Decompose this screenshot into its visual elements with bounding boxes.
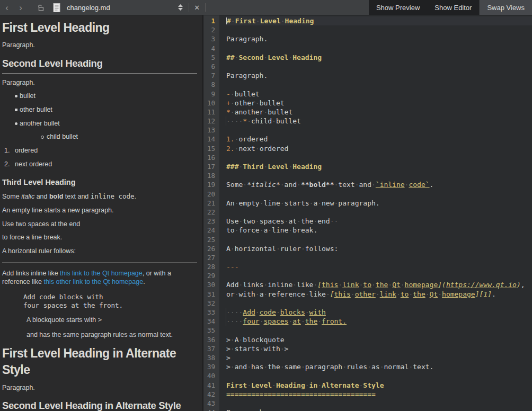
editor-line[interactable]	[226, 399, 532, 408]
editor-line[interactable]: Use·two·spaces·at·the·end··	[226, 217, 532, 226]
editor-line[interactable]: Add·links·inline·like·[this·link·to·the·…	[226, 280, 532, 289]
whitespace-dot: ·	[238, 217, 243, 226]
editor-line[interactable]: ····four·spaces·at·the·front.	[226, 317, 532, 326]
whitespace-dot: ·	[280, 344, 285, 353]
whitespace-dot: ·	[260, 199, 264, 208]
whitespace-dot: ·	[247, 381, 251, 390]
preview-text: text and	[63, 193, 90, 200]
editor-line[interactable]: 1.·ordered	[226, 135, 532, 144]
whitespace-dot: ·	[243, 180, 247, 189]
editor-line[interactable]: ---	[226, 262, 532, 271]
code-token: ·next·ordered	[235, 145, 289, 153]
whitespace-dot: ·	[255, 217, 260, 226]
preview-text: Use two spaces at the end	[2, 220, 80, 228]
editor-line[interactable]: or·with·a·reference·like·[this·other·lin…	[226, 290, 532, 299]
code-token: Some·	[226, 181, 247, 189]
whitespace-dot: ·	[438, 290, 442, 299]
editor-line[interactable]: ##·Second·Level·Heading	[226, 53, 532, 62]
editor-line[interactable]: 2.·next·ordered	[226, 144, 532, 153]
editor-line[interactable]: >·and·has·the·same·paragraph·rules·as·no…	[226, 362, 532, 371]
editor-line[interactable]	[226, 80, 532, 89]
whitespace-dot: ·	[230, 317, 235, 326]
editor-line[interactable]: Paragraph.	[226, 71, 532, 80]
preview-paragraph: Paragraph.	[2, 384, 197, 392]
bullet-disc-icon	[15, 122, 17, 125]
editor-line[interactable]: >	[226, 353, 532, 362]
editor-line[interactable]	[226, 235, 532, 244]
editor-toolbar: ‹ › changelog.md	[0, 0, 532, 15]
editor-line[interactable]	[226, 271, 532, 280]
list-item: child bullet	[2, 133, 197, 141]
editor-line[interactable]	[226, 208, 532, 217]
whitespace-dot: ·	[235, 226, 239, 235]
editor-line[interactable]: Paragraph.	[226, 34, 532, 43]
whitespace-dot: ·	[231, 16, 235, 25]
editor-line[interactable]: +·other·bullet	[226, 99, 532, 108]
editor-line[interactable]: *·another·bullet	[226, 108, 532, 117]
editor-line[interactable]: An·empty·line·starts·a·new·paragraph.	[226, 199, 532, 208]
updown-spinner-icon	[178, 4, 183, 11]
editor-line[interactable]	[226, 44, 532, 53]
list-item: other bullet	[2, 106, 197, 114]
editor-line[interactable]	[226, 190, 532, 199]
editor-line[interactable]	[226, 126, 532, 135]
swap-views-button[interactable]: Swap Views	[479, 0, 532, 15]
markdown-editor-window: ‹ › changelog.md	[0, 0, 532, 411]
editor-line[interactable]: ····*·child·bullet	[226, 117, 532, 126]
line-number: 6	[203, 62, 219, 71]
whitespace-dot: ·	[292, 280, 297, 289]
preview-text: .	[143, 278, 145, 285]
whitespace-dot: ·	[280, 362, 285, 371]
file-lock-toggle[interactable]	[34, 0, 48, 15]
editor-line[interactable]: ###·Third·Level·Heading	[226, 162, 532, 171]
preview-text: Paragraph.	[2, 79, 35, 86]
editor-line[interactable]: #·First·Level·Heading	[226, 16, 532, 25]
editor-line[interactable]: ····Add·code·blocks·with	[226, 308, 532, 317]
code-token: `inline·code`	[376, 181, 430, 189]
editor-line[interactable]	[226, 371, 532, 380]
code-token: A·horizontal·ruler·follows:	[226, 245, 338, 253]
editor-line[interactable]: >·starts·with·>	[226, 344, 532, 353]
editor-line[interactable]	[226, 62, 532, 71]
forward-button[interactable]: ›	[14, 0, 28, 15]
editor-line[interactable]	[226, 299, 532, 308]
editor-line[interactable]	[226, 153, 532, 162]
preview-bullet-list: bulletother bulletanother bulletchild bu…	[2, 92, 197, 141]
preview-link[interactable]: this other link to the Qt homepage	[44, 278, 144, 285]
editor-line[interactable]: First·Level·Heading·in·Alternate·Style	[226, 381, 532, 390]
editor-line[interactable]: ====================================	[226, 390, 532, 399]
code-token: 2.	[226, 145, 235, 153]
editor-code[interactable]: #·First·Level·HeadingParagraph.##·Second…	[219, 15, 532, 411]
editor-line[interactable]: A·horizontal·ruler·follows:	[226, 244, 532, 253]
code-token: ····	[226, 308, 243, 316]
code-token: **bold**	[301, 181, 334, 189]
editor-line[interactable]: -·bullet	[226, 90, 532, 99]
list-item: 2.next ordered	[2, 160, 197, 169]
back-button[interactable]: ‹	[0, 0, 14, 15]
blockquote-paragraph: A blockquote starts with >	[26, 316, 197, 325]
line-number: 11	[203, 108, 219, 117]
editor-line[interactable]	[226, 253, 532, 262]
document-selector-spinner[interactable]	[178, 4, 183, 11]
preview-link[interactable]: this link to the Qt homepage	[60, 270, 143, 277]
editor-line[interactable]: Some·*italic*·and·**bold**·text·and·`inl…	[226, 180, 532, 189]
code-token: >·starts·with·>	[226, 345, 288, 353]
line-number: 21	[203, 199, 219, 208]
close-document-button[interactable]: ✕	[191, 4, 203, 12]
editor-line[interactable]: to·force·a·line·break.	[226, 226, 532, 235]
show-preview-button[interactable]: Show Preview	[369, 0, 427, 15]
editor-line[interactable]: Paragraph.	[226, 408, 532, 411]
code-token: *	[243, 117, 247, 125]
preview-pane: First Level HeadingParagraph.Second Leve…	[0, 15, 202, 411]
editor-line[interactable]: >·A·blockquote	[226, 335, 532, 344]
editor-line[interactable]	[226, 326, 532, 335]
line-number: 23	[203, 217, 219, 226]
code-token: Paragraph.	[226, 35, 268, 43]
editor-line[interactable]	[226, 25, 532, 34]
code-token: [	[317, 281, 322, 289]
editor-line[interactable]	[226, 171, 532, 180]
open-document-label[interactable]: changelog.md	[67, 4, 110, 12]
show-editor-button[interactable]: Show Editor	[427, 0, 479, 15]
list-item: bullet	[2, 92, 197, 101]
whitespace-dot: ·	[238, 335, 243, 344]
